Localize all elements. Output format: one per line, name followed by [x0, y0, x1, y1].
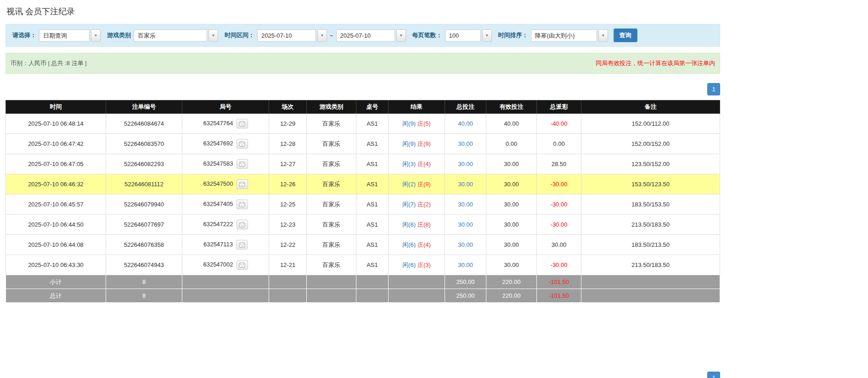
chevron-down-icon[interactable]: ▼: [209, 29, 218, 42]
cell-session: 12-26: [269, 174, 307, 195]
round-detail-icon[interactable]: [237, 179, 248, 189]
date-from-select[interactable]: 2025-07-10 ▼: [257, 29, 327, 42]
cell-time: 2025-07-10 06:44:08: [6, 235, 106, 255]
cell-game-type: 百家乐: [307, 215, 356, 235]
round-detail-icon[interactable]: [237, 200, 248, 209]
table-body: 2025-07-10 06:48:14 522646084674 6325477…: [6, 114, 720, 275]
round-id: 632547500: [203, 180, 233, 187]
total-bet-link[interactable]: 30.00: [458, 201, 473, 208]
round-detail-icon[interactable]: [237, 220, 248, 229]
cell-round-id: 632547764: [182, 114, 269, 134]
cell-bet-id: 522646084674: [106, 114, 182, 134]
result-banker: 庄(9): [417, 181, 431, 188]
table-row: 2025-07-10 06:47:05 522646082293 6325475…: [6, 154, 720, 174]
bet-records-table: 时间注单编号局号场次游戏类别桌号结果总投注有效投注总派彩备注 2025-07-1…: [6, 100, 720, 303]
query-type-select[interactable]: 日期查询 ▼: [39, 29, 101, 42]
round-detail-icon[interactable]: [237, 260, 248, 270]
total-bet-link[interactable]: 30.00: [458, 241, 473, 248]
chevron-down-icon[interactable]: ▼: [317, 29, 327, 42]
round-detail-icon[interactable]: [237, 139, 248, 149]
cell-total-bet: 30.00: [445, 174, 486, 195]
column-header: 注单编号: [106, 100, 182, 114]
table-header-row: 时间注单编号局号场次游戏类别桌号结果总投注有效投注总派彩备注: [6, 100, 720, 114]
pagination-top: 1: [6, 83, 720, 95]
total-bet-link[interactable]: 30.00: [458, 221, 473, 228]
cell-round-id: 632547002: [182, 255, 269, 275]
cell-game-type: 百家乐: [307, 174, 356, 195]
round-id: 632547002: [203, 261, 233, 268]
chevron-down-icon[interactable]: ▼: [598, 29, 608, 42]
cell-session: 12-29: [269, 114, 307, 134]
round-id: 632547583: [203, 160, 233, 167]
table-row: 2025-07-10 06:43:30 522646074943 6325470…: [6, 255, 720, 275]
page-size-value[interactable]: 100: [445, 29, 481, 42]
cell-time: 2025-07-10 06:43:30: [6, 255, 106, 275]
page-title: 视讯 会员下注纪录: [6, 0, 720, 24]
total-bet-link[interactable]: 30.00: [458, 181, 473, 188]
page-1-button[interactable]: 1: [707, 83, 720, 95]
total-bet-link[interactable]: 30.00: [458, 140, 473, 147]
cell-session: 12-27: [269, 154, 307, 174]
cell-payout: 0.00: [537, 134, 581, 154]
cell-total-bet: 30.00: [445, 134, 486, 154]
total-bet-link[interactable]: 30.00: [458, 161, 473, 167]
cell-bet-id: 522646074943: [106, 255, 182, 275]
cell-payout: -40.00: [537, 114, 581, 134]
cell-result: 闲(7)庄(2): [389, 195, 445, 215]
column-header: 场次: [269, 100, 307, 114]
cell-remark: 183.50/213.50: [581, 235, 720, 255]
cell-valid-bet: 30.00: [486, 235, 537, 255]
round-detail-icon[interactable]: [236, 240, 248, 250]
result-banker: 庄(8): [417, 221, 431, 228]
cell-bet-id: 522646083570: [106, 134, 182, 154]
cell-payout: -30.00: [537, 255, 581, 275]
query-type-label: 请选择：: [12, 31, 36, 39]
total-bet-link[interactable]: 40.00: [458, 120, 473, 127]
footer-empty-cell: [307, 289, 356, 303]
cell-valid-bet: 30.00: [486, 154, 537, 174]
game-type-value[interactable]: 百家乐: [134, 29, 207, 42]
cell-table-id: AS1: [356, 195, 389, 215]
time-sort-select[interactable]: 降幂(由大到小) ▼: [531, 29, 608, 42]
cell-total-bet: 30.00: [445, 255, 486, 275]
column-header: 结果: [389, 100, 445, 114]
result-player: 闲(9): [402, 140, 416, 147]
page-1-button[interactable]: 1: [707, 372, 720, 378]
cell-bet-id: 522646079940: [106, 195, 182, 215]
cell-table-id: AS1: [356, 134, 389, 154]
chevron-down-icon[interactable]: ▼: [482, 29, 492, 42]
footer-payout: -101.50: [537, 275, 581, 289]
table-row: 2025-07-10 06:44:50 522646077697 6325472…: [6, 215, 720, 235]
cell-payout: -30.00: [537, 174, 581, 195]
column-header: 游戏类别: [307, 100, 356, 114]
time-sort-value[interactable]: 降幂(由大到小): [531, 29, 597, 42]
cell-round-id: 632547113: [182, 235, 269, 255]
query-type-value[interactable]: 日期查询: [39, 29, 90, 42]
chevron-down-icon[interactable]: ▼: [396, 29, 406, 42]
page-size-select[interactable]: 100 ▼: [445, 29, 492, 42]
summary-note-text: 同局有效投注，统一计算在该局第一张注单内: [596, 59, 715, 67]
search-button[interactable]: 查询: [614, 28, 637, 42]
cell-remark: 153.50/123.50: [581, 174, 720, 195]
game-type-label: 游戏类别: [107, 31, 131, 39]
date-from-value[interactable]: 2025-07-10: [257, 29, 316, 42]
cell-payout: 30.00: [537, 235, 581, 255]
cell-remark: 152.00/112.00: [581, 114, 720, 134]
cell-total-bet: 40.00: [445, 114, 486, 134]
result-banker: 庄(5): [417, 120, 431, 127]
total-bet-link[interactable]: 30.00: [458, 261, 473, 268]
date-to-select[interactable]: 2025-07-10 ▼: [336, 29, 406, 42]
game-type-select[interactable]: 百家乐 ▼: [134, 29, 218, 42]
chevron-down-icon[interactable]: ▼: [91, 29, 101, 42]
cell-total-bet: 30.00: [445, 154, 486, 174]
round-detail-icon[interactable]: [237, 159, 248, 169]
cell-remark: 152.00/152.00: [581, 134, 720, 154]
round-detail-icon[interactable]: [237, 119, 248, 128]
cell-session: 12-28: [269, 134, 307, 154]
cell-game-type: 百家乐: [307, 154, 356, 174]
column-header: 桌号: [356, 100, 389, 114]
date-to-value[interactable]: 2025-07-10: [336, 29, 395, 42]
table-row: 2025-07-10 06:45:57 522646079940 6325474…: [6, 195, 720, 215]
cell-game-type: 百家乐: [307, 195, 356, 215]
cell-valid-bet: 40.00: [486, 114, 537, 134]
